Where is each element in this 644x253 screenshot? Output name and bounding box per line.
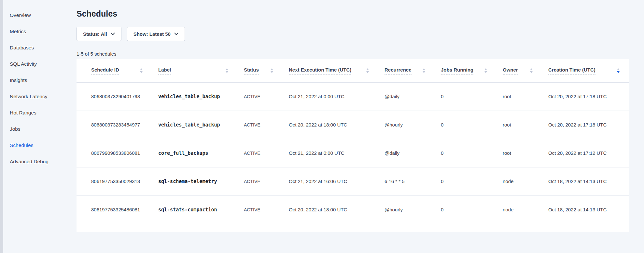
sidebar-item-label: Overview bbox=[10, 12, 31, 18]
cell-creation-time: Oct 18, 2022 at 14:13 UTC bbox=[548, 167, 629, 195]
sort-icon bbox=[140, 68, 143, 73]
table-header-row: Schedule ID Label Status Next Execution … bbox=[77, 59, 629, 82]
cell-next-execution-time: Oct 20, 2022 at 18:00 UTC bbox=[289, 195, 385, 224]
cell-jobs-running: 0 bbox=[441, 195, 503, 224]
column-header-label: Creation Time (UTC) bbox=[548, 67, 595, 74]
cell-creation-time: Oct 20, 2022 at 17:18 UTC bbox=[548, 82, 629, 111]
sidebar-item-label: Metrics bbox=[10, 29, 26, 34]
sidebar-item-label: Jobs bbox=[10, 126, 21, 132]
cell-label: vehicles_table_backup bbox=[158, 111, 244, 139]
cell-status: ACTIVE bbox=[244, 111, 289, 139]
sidebar-item-metrics[interactable]: Metrics bbox=[10, 23, 77, 40]
table-row: 806800373283454977 vehicles_table_backup… bbox=[77, 111, 629, 139]
sidebar-item-label: Hot Ranges bbox=[10, 110, 36, 116]
cell-next-execution-time: Oct 21, 2022 at 0:00 UTC bbox=[289, 139, 385, 167]
status-filter-label: Status: All bbox=[83, 31, 107, 37]
page-left-edge bbox=[0, 0, 3, 253]
cell-status: ACTIVE bbox=[244, 195, 289, 224]
cell-recurrence: @hourly bbox=[385, 195, 441, 224]
schedules-table: Schedule ID Label Status Next Execution … bbox=[77, 59, 629, 224]
sidebar-item-label: Databases bbox=[10, 45, 34, 51]
sidebar-item-advanced-debug[interactable]: Advanced Debug bbox=[10, 153, 77, 170]
sort-icon bbox=[271, 68, 273, 73]
cell-jobs-running: 0 bbox=[441, 82, 503, 111]
cell-owner: node bbox=[503, 167, 548, 195]
cell-jobs-running: 0 bbox=[441, 111, 503, 139]
table-row: 806799098533806081 core_full_backups ACT… bbox=[77, 139, 629, 167]
sidebar: Overview Metrics Databases SQL Activity … bbox=[0, 0, 77, 253]
cell-label: core_full_backups bbox=[158, 139, 244, 167]
sidebar-item-label: SQL Activity bbox=[10, 61, 37, 67]
column-header-label: Label bbox=[158, 67, 171, 74]
column-header-label: Recurrence bbox=[385, 67, 412, 74]
cell-schedule-id: 806197753350029313 bbox=[77, 167, 158, 195]
sidebar-item-jobs[interactable]: Jobs bbox=[10, 121, 77, 137]
cell-owner: root bbox=[503, 82, 548, 111]
cell-creation-time: Oct 20, 2022 at 17:18 UTC bbox=[548, 111, 629, 139]
sort-icon bbox=[530, 68, 533, 73]
cell-schedule-id: 806800373290401793 bbox=[77, 82, 158, 111]
cell-recurrence: @daily bbox=[385, 82, 441, 111]
sort-desc-active-icon bbox=[617, 68, 620, 73]
column-header-jobs-running[interactable]: Jobs Running bbox=[441, 59, 503, 82]
sort-icon bbox=[484, 68, 487, 73]
cell-label: vehicles_table_backup bbox=[158, 82, 244, 111]
sidebar-item-label: Insights bbox=[10, 77, 27, 83]
cell-label: sql-stats-compaction bbox=[158, 195, 244, 224]
sidebar-item-schedules[interactable]: Schedules bbox=[10, 137, 77, 153]
sidebar-item-hot-ranges[interactable]: Hot Ranges bbox=[10, 105, 77, 121]
column-header-status[interactable]: Status bbox=[244, 59, 289, 82]
show-filter-label: Show: Latest 50 bbox=[133, 31, 171, 37]
cell-schedule-id: 806197753325486081 bbox=[77, 195, 158, 224]
cell-label: sql-schema-telemetry bbox=[158, 167, 244, 195]
cell-creation-time: Oct 18, 2022 at 14:13 UTC bbox=[548, 195, 629, 224]
sidebar-item-sql-activity[interactable]: SQL Activity bbox=[10, 56, 77, 72]
column-header-recurrence[interactable]: Recurrence bbox=[385, 59, 441, 82]
status-filter-dropdown[interactable]: Status: All bbox=[77, 27, 121, 41]
cell-status: ACTIVE bbox=[244, 167, 289, 195]
main-content: Schedules Status: All Show: Latest 50 1-… bbox=[77, 0, 644, 253]
table-row: 806800373290401793 vehicles_table_backup… bbox=[77, 82, 629, 111]
sort-icon bbox=[423, 68, 425, 73]
sort-icon bbox=[226, 68, 228, 73]
column-header-creation-time[interactable]: Creation Time (UTC) bbox=[548, 59, 629, 82]
column-header-label: Schedule ID bbox=[91, 67, 119, 74]
column-header-label: Status bbox=[244, 67, 259, 74]
cell-next-execution-time: Oct 21, 2022 at 16:06 UTC bbox=[289, 167, 385, 195]
cell-next-execution-time: Oct 20, 2022 at 18:00 UTC bbox=[289, 111, 385, 139]
sidebar-item-databases[interactable]: Databases bbox=[10, 40, 77, 56]
results-count: 1-5 of 5 schedules bbox=[77, 51, 629, 57]
schedules-table-card: Schedule ID Label Status Next Execution … bbox=[77, 59, 629, 232]
column-header-label: Jobs Running bbox=[441, 67, 473, 74]
column-header-next-execution-time[interactable]: Next Execution Time (UTC) bbox=[289, 59, 385, 82]
cell-jobs-running: 0 bbox=[441, 139, 503, 167]
cell-owner: root bbox=[503, 139, 548, 167]
table-row: 806197753325486081 sql-stats-compaction … bbox=[77, 195, 629, 224]
cell-creation-time: Oct 20, 2022 at 17:12 UTC bbox=[548, 139, 629, 167]
sidebar-item-label: Advanced Debug bbox=[10, 159, 49, 165]
page-title: Schedules bbox=[77, 9, 629, 19]
sidebar-item-overview[interactable]: Overview bbox=[10, 7, 77, 23]
column-header-schedule-id[interactable]: Schedule ID bbox=[77, 59, 158, 82]
cell-status: ACTIVE bbox=[244, 139, 289, 167]
table-row: 806197753350029313 sql-schema-telemetry … bbox=[77, 167, 629, 195]
filter-bar: Status: All Show: Latest 50 bbox=[77, 27, 629, 41]
chevron-down-icon bbox=[111, 33, 115, 35]
cell-jobs-running: 0 bbox=[441, 167, 503, 195]
sidebar-item-network-latency[interactable]: Network Latency bbox=[10, 88, 77, 105]
column-header-owner[interactable]: Owner bbox=[503, 59, 548, 82]
cell-owner: node bbox=[503, 195, 548, 224]
cell-schedule-id: 806799098533806081 bbox=[77, 139, 158, 167]
column-header-label[interactable]: Label bbox=[158, 59, 244, 82]
cell-next-execution-time: Oct 21, 2022 at 0:00 UTC bbox=[289, 82, 385, 111]
sort-icon bbox=[366, 68, 369, 73]
cell-recurrence: @hourly bbox=[385, 111, 441, 139]
cell-schedule-id: 806800373283454977 bbox=[77, 111, 158, 139]
sidebar-item-label: Schedules bbox=[10, 142, 33, 148]
sidebar-item-insights[interactable]: Insights bbox=[10, 72, 77, 88]
cell-recurrence: 6 16 * * 5 bbox=[385, 167, 441, 195]
show-filter-dropdown[interactable]: Show: Latest 50 bbox=[127, 27, 185, 41]
column-header-label: Owner bbox=[503, 67, 518, 74]
cell-status: ACTIVE bbox=[244, 82, 289, 111]
sidebar-item-label: Network Latency bbox=[10, 94, 47, 100]
